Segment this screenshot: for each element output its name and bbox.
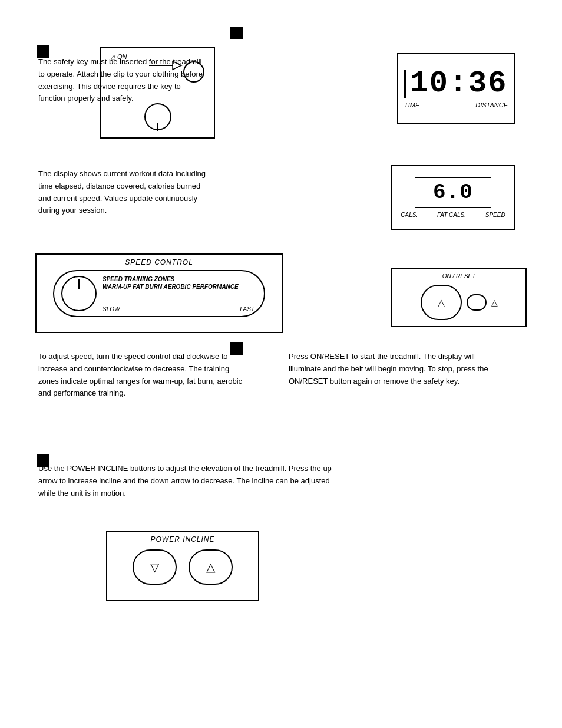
speed-control-panel: SPEED CONTROL SPEED TRAINING ZONES WARM-… (35, 253, 283, 333)
on-reset-panel: ON / RESET △ △ (391, 268, 527, 327)
slow-label: SLOW (103, 306, 120, 312)
down-arrow-icon: ▽ (150, 560, 159, 574)
lcd-value-row: 10:36 (404, 68, 507, 99)
right-arrow-icon: △ (491, 298, 498, 307)
zone-labels: SPEED TRAINING ZONES WARM-UP FAT BURN AE… (103, 276, 254, 290)
clip-icon (140, 102, 176, 131)
time-distance-display: 10:36 TIME DISTANCE (397, 53, 515, 124)
up-arrow-icon: △ (438, 297, 445, 308)
time-label: TIME (404, 101, 419, 108)
on-reset-label: ON / RESET (442, 273, 476, 279)
zone-title: SPEED TRAINING ZONES (103, 276, 254, 282)
section-marker-2 (230, 27, 243, 39)
up-arrow-icon: △ (206, 560, 215, 574)
time-distance-value: 10:36 (409, 68, 507, 99)
on-reset-oval-button[interactable]: △ (421, 285, 462, 320)
cals-speed-labels: CALS. FAT CALS. SPEED (398, 212, 507, 218)
text-block-1: The safety key must be inserted for the … (38, 56, 209, 105)
zone-names: WARM-UP FAT BURN AEROBIC PERFORMANCE (103, 284, 254, 290)
incline-up-button[interactable]: △ (189, 549, 233, 585)
incline-buttons: ▽ △ (107, 549, 258, 585)
text-block-5: Use the POWER INCLINE buttons to adjust … (38, 463, 333, 499)
distance-label: DISTANCE (475, 101, 508, 108)
text-block-4: Press ON/RESET to start the treadmill. T… (289, 351, 495, 387)
small-oval-button[interactable] (467, 294, 487, 311)
slow-fast-labels: SLOW FAST (103, 306, 254, 312)
fat-cals-label: FAT CALS. (437, 212, 466, 218)
power-incline-panel: POWER INCLINE ▽ △ (106, 531, 259, 601)
cals-label: CALS. (401, 212, 418, 218)
cals-speed-display: 6.0 CALS. FAT CALS. SPEED (391, 165, 515, 230)
time-distance-labels: TIME DISTANCE (398, 99, 514, 108)
incline-down-button[interactable]: ▽ (133, 549, 177, 585)
text-block-3: To adjust speed, turn the speed control … (38, 351, 244, 400)
speed-control-title: SPEED CONTROL (37, 258, 282, 266)
on-reset-buttons: △ △ (421, 285, 498, 320)
speed-label: SPEED (485, 212, 505, 218)
fast-label: FAST (240, 306, 254, 312)
text-block-2: The display shows current workout data i… (38, 168, 209, 217)
power-incline-title: POWER INCLINE (107, 535, 258, 543)
speed-value: 6.0 (433, 180, 473, 205)
speed-oval-track: SPEED TRAINING ZONES WARM-UP FAT BURN AE… (53, 270, 265, 317)
speed-value-box: 6.0 (415, 177, 491, 208)
lcd-cursor (404, 70, 406, 98)
speed-knob[interactable] (61, 276, 97, 311)
